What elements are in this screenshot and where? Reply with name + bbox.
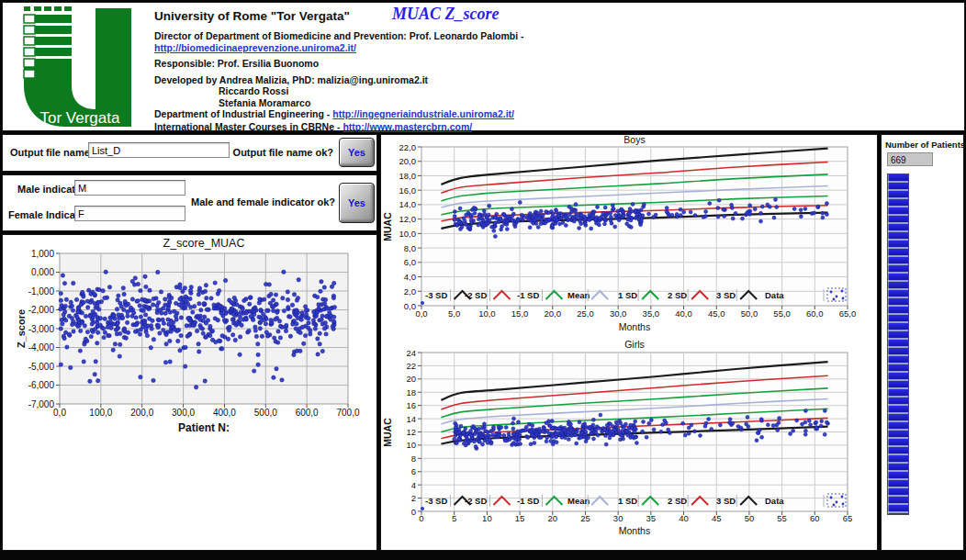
boys-chart-canvas: 0,02,04,06,08,010,012,014,016,018,020,02… [381, 135, 879, 342]
y-tick-label: 20,0 [399, 156, 417, 166]
x-tick-label: 0,0 [53, 408, 66, 418]
x-axis-label: Patient N: [178, 421, 230, 434]
patients-count-value: 669 [887, 152, 933, 166]
x-tick-label: 100,0 [89, 408, 112, 418]
x-tick-label: 40 [679, 513, 689, 523]
x-tick-label: 5 [452, 513, 456, 523]
y-tick-label: 12 [406, 427, 416, 437]
y-tick-label: 20 [406, 374, 416, 384]
y-tick-label: -7,000 [28, 399, 55, 409]
x-tick-label: 20 [547, 513, 557, 523]
growth-charts-panel: 0,02,04,06,08,010,012,014,016,018,020,02… [380, 134, 878, 551]
x-tick-label: 400,0 [213, 408, 236, 418]
svg-text:-1 SD: -1 SD [517, 496, 539, 506]
y-tick-label: 1,000 [31, 249, 54, 259]
tor-vergata-logo: Tor Vergata [8, 6, 144, 128]
male-indicator-input[interactable] [74, 180, 185, 196]
svg-text:2 SD: 2 SD [668, 496, 687, 506]
y-tick-label: 8,0 [404, 243, 416, 253]
x-tick-label: 60,0 [806, 308, 824, 319]
sex-indicator-panel: Male indicator Female Indicator Male and… [2, 174, 377, 231]
svg-text:2 SD: 2 SD [668, 290, 687, 300]
svg-text:Mean: Mean [567, 290, 590, 300]
x-tick-label: 15,0 [511, 308, 529, 319]
x-tick-label: 50,0 [741, 308, 758, 319]
boys-plot: 0,02,04,06,08,010,012,014,016,018,020,02… [381, 135, 879, 339]
y-axis-label: MUAC [382, 418, 393, 447]
y-tick-label: 4 [411, 480, 416, 490]
x-tick-label: 60 [810, 513, 820, 523]
y-tick-label: 6,0 [404, 257, 416, 267]
zscore-plot: -7,000-6,000-5,000-4,000-3,000-2,000-1,0… [3, 235, 377, 448]
female-indicator-input[interactable] [74, 206, 185, 221]
svg-text:Mean: Mean [567, 496, 590, 506]
y-tick-label: -3,000 [28, 324, 55, 334]
y-tick-label: 10,0 [399, 229, 417, 239]
svg-text:Data: Data [765, 496, 784, 506]
mastercbrn-link[interactable]: http://www.mastercbrn.com/ [343, 121, 472, 132]
y-tick-label: 2,0 [404, 286, 416, 297]
girls-chart-canvas: 0246810121416182022240510152025303540455… [381, 341, 879, 555]
y-tick-label: 16,0 [399, 185, 417, 196]
y-tick-label: 24 [406, 348, 416, 358]
chart-title: Girls [624, 341, 645, 350]
x-tick-label: 45,0 [708, 308, 725, 319]
svg-text:-2 SD: -2 SD [465, 496, 487, 506]
y-tick-label: 0,000 [31, 267, 54, 277]
indicator-ok-label: Male and female indicator ok? [191, 196, 333, 207]
svg-text:-2 SD: -2 SD [465, 290, 487, 300]
svg-text:1 SD: 1 SD [618, 496, 637, 506]
x-tick-label: 5,0 [448, 308, 460, 319]
master-courses-line: International Master Courses in CBRNe - … [154, 121, 668, 133]
output-file-ok-label: Output file name ok? [232, 147, 333, 158]
logo-text: Tor Vergata [40, 109, 120, 127]
department-line: Department of Industrial Engineering - h… [154, 108, 668, 120]
output-file-label: Output file name [10, 147, 90, 158]
x-axis-label: Months [619, 525, 650, 536]
app-title: MUAC Z_score [392, 5, 500, 24]
svg-text:-3 SD: -3 SD [425, 496, 447, 506]
zscore-chart-panel: -7,000-6,000-5,000-4,000-3,000-2,000-1,0… [2, 234, 377, 551]
x-tick-label: 55 [777, 513, 787, 523]
y-tick-label: 10 [406, 440, 416, 450]
x-tick-label: 35 [646, 513, 657, 523]
x-tick-label: 300,0 [172, 408, 195, 418]
svg-text:3 SD: 3 SD [716, 496, 736, 506]
svg-text:3 SD: 3 SD [716, 290, 736, 300]
y-tick-label: -1,000 [28, 286, 55, 297]
output-file-panel: Output file name Output file name ok? Ye… [2, 134, 377, 172]
x-tick-label: 30,0 [610, 308, 627, 319]
indicator-yes-button[interactable]: Yes [339, 183, 375, 223]
x-tick-label: 65 [843, 513, 853, 523]
y-tick-label: 18 [406, 387, 416, 398]
y-tick-label: 8 [411, 454, 416, 464]
y-tick-label: -6,000 [28, 380, 55, 390]
engineering-link[interactable]: http://ingegneriaindustriale.uniroma2.it… [332, 108, 514, 119]
y-tick-label: 0 [411, 507, 416, 517]
chart-title: Boys [623, 135, 645, 145]
x-tick-label: 200,0 [130, 408, 153, 418]
x-tick-label: 0 [419, 513, 423, 523]
y-tick-label: -5,000 [28, 362, 55, 372]
responsible-line: Responsible: Prof. Ersilia Buonomo [154, 58, 668, 70]
x-tick-label: 0,0 [415, 308, 427, 319]
y-tick-label: 18,0 [399, 171, 417, 181]
y-tick-label: -4,000 [28, 342, 55, 353]
x-tick-label: 25 [580, 513, 590, 523]
y-tick-label: -2,000 [28, 305, 55, 315]
y-axis-label: Z_score [16, 309, 27, 348]
x-tick-label: 65,0 [839, 308, 857, 319]
y-tick-label: 2 [411, 493, 416, 503]
x-tick-label: 600,0 [296, 408, 319, 418]
developer-name-2: Riccardo Rossi [219, 85, 668, 97]
output-file-input[interactable] [88, 142, 230, 158]
y-tick-label: 6 [411, 466, 416, 476]
chart-title: Z_score_MUAC [163, 237, 245, 250]
svg-text:1 SD: 1 SD [618, 290, 637, 300]
output-file-yes-button[interactable]: Yes [339, 138, 375, 167]
x-axis-label: Months [619, 321, 650, 332]
x-tick-label: 40,0 [675, 308, 692, 319]
biomedicine-link[interactable]: http://biomedicinaeprevenzione.uniroma2.… [154, 42, 356, 53]
x-tick-label: 10,0 [478, 308, 496, 319]
x-tick-label: 20,0 [545, 308, 562, 319]
